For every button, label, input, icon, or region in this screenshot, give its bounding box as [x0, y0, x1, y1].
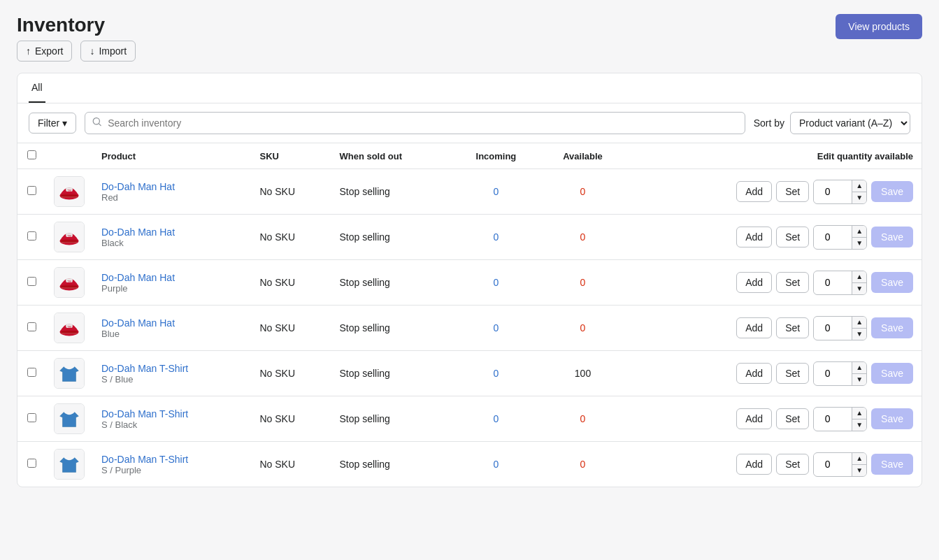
- when-sold-out-cell: Stop selling: [331, 215, 452, 260]
- row-checkbox-7[interactable]: [27, 459, 36, 468]
- set-button-5[interactable]: Set: [776, 363, 809, 384]
- incoming-cell: 0: [452, 442, 540, 487]
- product-name-link[interactable]: Do-Dah Man T-Shirt: [101, 408, 243, 419]
- qty-step-up-1[interactable]: ▲: [852, 180, 866, 192]
- qty-step-up-5[interactable]: ▲: [852, 362, 866, 374]
- sku-cell: No SKU: [252, 306, 331, 351]
- product-name-cell: Do-Dah Man T-Shirt S / Black: [93, 396, 252, 442]
- qty-controls-cell: Add Set ▲ ▼ Save: [626, 442, 922, 487]
- product-name-link[interactable]: Do-Dah Man Hat: [101, 317, 243, 329]
- sort-select[interactable]: Product variant (A–Z) Product variant (Z…: [790, 112, 910, 134]
- tab-all[interactable]: All: [29, 73, 45, 103]
- qty-step-down-4[interactable]: ▼: [852, 329, 866, 340]
- svg-text:TM: TM: [67, 189, 71, 192]
- incoming-col-header: Incoming: [452, 143, 540, 169]
- add-button-6[interactable]: Add: [736, 408, 772, 429]
- svg-point-5: [60, 194, 79, 198]
- qty-step-down-6[interactable]: ▼: [852, 419, 866, 431]
- search-input[interactable]: [85, 112, 745, 134]
- available-cell: 0: [540, 396, 626, 442]
- qty-step-up-3[interactable]: ▲: [852, 271, 866, 283]
- product-name-link[interactable]: Do-Dah Man Hat: [101, 181, 243, 192]
- set-button-3[interactable]: Set: [776, 272, 809, 293]
- save-button-3[interactable]: Save: [871, 272, 913, 293]
- row-checkbox-3[interactable]: [27, 277, 36, 286]
- qty-step-up-6[interactable]: ▲: [852, 408, 866, 419]
- qty-step-up-7[interactable]: ▲: [852, 453, 866, 465]
- qty-input-6[interactable]: [814, 409, 852, 429]
- qty-controls-cell: Add Set ▲ ▼ Save: [626, 260, 922, 306]
- qty-step-up-4[interactable]: ▲: [852, 317, 866, 329]
- svg-point-12: [60, 239, 79, 243]
- qty-step-down-3[interactable]: ▼: [852, 283, 866, 294]
- qty-step-down-5[interactable]: ▼: [852, 374, 866, 385]
- qty-step-down-7[interactable]: ▼: [852, 465, 866, 476]
- view-products-button[interactable]: View products: [836, 14, 922, 39]
- product-name-cell: Do-Dah Man Hat Red: [93, 169, 252, 215]
- set-button-6[interactable]: Set: [776, 408, 809, 429]
- save-button-6[interactable]: Save: [871, 408, 913, 429]
- qty-input-1[interactable]: [814, 182, 852, 201]
- row-checkbox-cell: [17, 396, 45, 442]
- product-image: TM: [54, 222, 85, 252]
- available-cell: 0: [540, 442, 626, 487]
- page-title: Inventory: [17, 14, 136, 36]
- save-button-1[interactable]: Save: [871, 181, 913, 202]
- product-name-link[interactable]: Do-Dah Man T-Shirt: [101, 363, 243, 374]
- set-button-7[interactable]: Set: [776, 454, 809, 475]
- product-name-link[interactable]: Do-Dah Man Hat: [101, 227, 243, 238]
- save-button-5[interactable]: Save: [871, 363, 913, 384]
- sku-col-header: SKU: [252, 143, 331, 169]
- add-button-7[interactable]: Add: [736, 454, 772, 475]
- product-name-cell: Do-Dah Man T-Shirt S / Purple: [93, 442, 252, 487]
- set-button-2[interactable]: Set: [776, 227, 809, 247]
- qty-input-5[interactable]: [814, 364, 852, 383]
- add-button-3[interactable]: Add: [736, 272, 772, 293]
- row-checkbox-cell: [17, 442, 45, 487]
- add-button-1[interactable]: Add: [736, 181, 772, 202]
- row-checkbox-cell: [17, 215, 45, 260]
- product-name-link[interactable]: Do-Dah Man Hat: [101, 272, 243, 283]
- incoming-cell: 0: [452, 169, 540, 215]
- save-button-2[interactable]: Save: [871, 227, 913, 247]
- select-all-checkbox[interactable]: [27, 150, 36, 159]
- qty-input-7[interactable]: [814, 454, 852, 474]
- set-button-1[interactable]: Set: [776, 181, 809, 202]
- product-name-link[interactable]: Do-Dah Man T-Shirt: [101, 454, 243, 465]
- qty-input-2[interactable]: [814, 227, 852, 247]
- product-image: [54, 358, 85, 389]
- set-button-4[interactable]: Set: [776, 317, 809, 338]
- export-button[interactable]: ↑ Export: [17, 41, 72, 62]
- row-checkbox-6[interactable]: [27, 413, 36, 422]
- add-button-5[interactable]: Add: [736, 363, 772, 384]
- when-sold-out-col-header: When sold out: [331, 143, 452, 169]
- qty-step-down-2[interactable]: ▼: [852, 238, 866, 249]
- import-button[interactable]: ↓ Import: [80, 41, 136, 62]
- add-button-4[interactable]: Add: [736, 317, 772, 338]
- sku-cell: No SKU: [252, 215, 331, 260]
- row-checkbox-1[interactable]: [27, 186, 36, 195]
- table-row: TM Do-Dah Man Hat Red No SKU Stop sellin…: [17, 169, 922, 215]
- qty-step-up-2[interactable]: ▲: [852, 226, 866, 238]
- row-checkbox-2[interactable]: [27, 231, 36, 240]
- add-button-2[interactable]: Add: [736, 227, 772, 247]
- qty-step-down-1[interactable]: ▼: [852, 192, 866, 203]
- qty-steppers-2: ▲ ▼: [852, 226, 866, 249]
- available-cell: 0: [540, 306, 626, 351]
- filter-button[interactable]: Filter ▾: [29, 113, 76, 134]
- row-checkbox-4[interactable]: [27, 322, 36, 331]
- qty-input-4[interactable]: [814, 318, 852, 338]
- save-button-4[interactable]: Save: [871, 317, 913, 338]
- product-name-cell: Do-Dah Man Hat Black: [93, 215, 252, 260]
- qty-input-wrap-2: ▲ ▼: [813, 225, 867, 250]
- svg-text:TM: TM: [67, 235, 71, 238]
- available-cell: 100: [540, 351, 626, 396]
- save-button-7[interactable]: Save: [871, 454, 913, 475]
- when-sold-out-cell: Stop selling: [331, 442, 452, 487]
- qty-input-3[interactable]: [814, 273, 852, 292]
- qty-controls-cell: Add Set ▲ ▼ Save: [626, 306, 922, 351]
- row-checkbox-5[interactable]: [27, 368, 36, 377]
- product-variant: S / Black: [101, 419, 243, 430]
- when-sold-out-cell: Stop selling: [331, 260, 452, 306]
- chevron-down-icon: ▾: [62, 117, 67, 129]
